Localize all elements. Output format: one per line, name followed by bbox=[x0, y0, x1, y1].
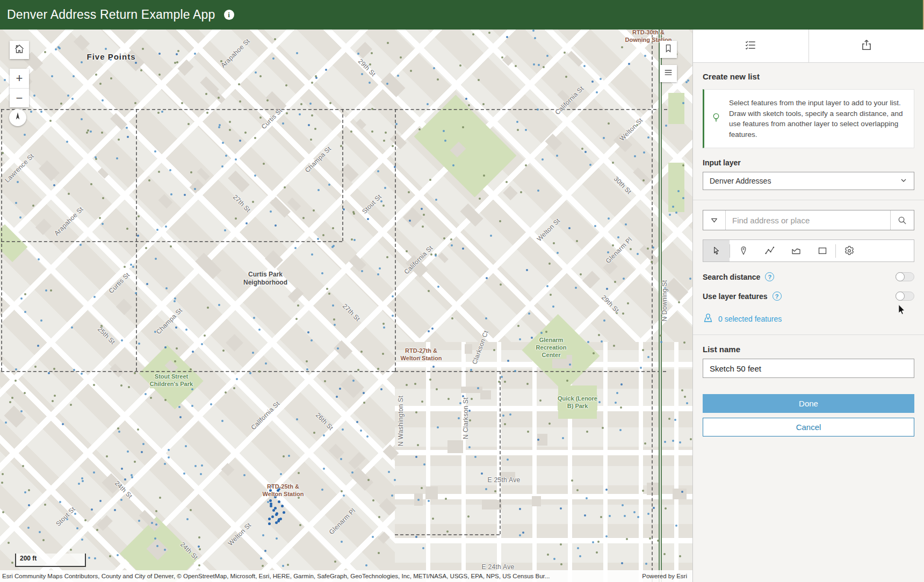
address-dot bbox=[142, 443, 145, 445]
address-dot bbox=[135, 62, 137, 64]
address-dot bbox=[682, 164, 684, 166]
address-dot bbox=[613, 345, 615, 347]
info-icon[interactable]: i bbox=[224, 10, 234, 20]
map-building bbox=[460, 203, 483, 227]
bookmarks-button[interactable] bbox=[660, 41, 677, 58]
zoom-out-button[interactable]: − bbox=[10, 88, 29, 107]
sketch-settings-button[interactable] bbox=[836, 240, 862, 261]
address-dot bbox=[602, 427, 604, 429]
address-dot bbox=[357, 53, 359, 55]
use-layer-features-help-icon[interactable]: ? bbox=[773, 292, 782, 301]
address-dot bbox=[159, 497, 161, 499]
address-dot bbox=[341, 541, 343, 543]
address-dot bbox=[259, 117, 262, 119]
address-dot bbox=[620, 406, 622, 409]
address-dot bbox=[81, 118, 83, 120]
address-dot bbox=[324, 380, 326, 382]
chevron-down-icon bbox=[900, 177, 907, 186]
search-input[interactable] bbox=[726, 210, 890, 230]
address-dot bbox=[186, 518, 189, 520]
polyline-icon bbox=[764, 245, 775, 256]
address-dot bbox=[145, 247, 147, 249]
address-dot bbox=[517, 325, 519, 327]
address-dot bbox=[647, 248, 649, 250]
street-label: 26th St bbox=[314, 411, 335, 432]
poi-label: Quick (LenoreB) Park bbox=[558, 395, 597, 410]
map-building bbox=[379, 498, 397, 516]
address-dot bbox=[210, 403, 212, 405]
address-dot bbox=[176, 53, 178, 55]
tab-lists[interactable] bbox=[693, 30, 809, 62]
zoom-in-button[interactable]: + bbox=[10, 69, 29, 88]
map-building bbox=[270, 197, 291, 218]
address-dot-cluster bbox=[277, 520, 280, 522]
address-dot bbox=[343, 208, 345, 210]
address-dot bbox=[617, 236, 619, 238]
search-distance-toggle[interactable] bbox=[896, 272, 914, 281]
use-layer-features-toggle[interactable] bbox=[896, 292, 914, 301]
address-dot bbox=[308, 124, 310, 126]
selected-features-link[interactable]: 0 selected features bbox=[703, 312, 914, 325]
polygon-tool-button[interactable] bbox=[783, 240, 809, 261]
address-dot-cluster bbox=[270, 505, 272, 507]
address-dot bbox=[352, 211, 355, 213]
street-label: Welton St bbox=[618, 117, 644, 142]
rectangle-tool-button[interactable] bbox=[809, 240, 835, 261]
address-dot bbox=[262, 534, 264, 536]
boundary-dashed-line bbox=[136, 109, 137, 371]
tab-export[interactable] bbox=[809, 30, 924, 62]
address-dot bbox=[15, 202, 17, 204]
home-button[interactable] bbox=[10, 41, 29, 59]
address-dot bbox=[199, 548, 201, 550]
done-button[interactable]: Done bbox=[703, 394, 914, 413]
address-dot bbox=[4, 79, 6, 81]
address-dot bbox=[584, 151, 587, 153]
compass-button[interactable] bbox=[9, 109, 26, 126]
map-canvas[interactable]: Arapahoe StArapahoe StLawrence StCurtis … bbox=[0, 30, 692, 582]
legend-button[interactable] bbox=[660, 65, 677, 82]
cancel-button[interactable]: Cancel bbox=[703, 418, 914, 437]
address-dot bbox=[32, 205, 34, 207]
address-dot bbox=[298, 472, 300, 474]
street-label: N Clarkson St bbox=[462, 397, 470, 439]
polyline-tool-button[interactable] bbox=[756, 240, 783, 261]
address-dot bbox=[366, 435, 369, 438]
address-dot bbox=[516, 121, 518, 123]
address-dot bbox=[158, 53, 161, 55]
address-dot bbox=[94, 557, 96, 559]
address-dot bbox=[622, 504, 624, 506]
address-dot bbox=[53, 184, 55, 186]
address-dot bbox=[138, 520, 140, 522]
search-button[interactable] bbox=[890, 210, 914, 230]
search-distance-help-icon[interactable]: ? bbox=[765, 272, 774, 281]
address-dot-cluster bbox=[271, 515, 274, 518]
list-name-input[interactable] bbox=[703, 359, 914, 378]
address-dot bbox=[519, 508, 521, 510]
address-dot bbox=[527, 431, 529, 433]
attribution-bar: Esri Community Maps Contributors, County… bbox=[0, 570, 692, 582]
address-dot bbox=[49, 120, 52, 122]
address-dot bbox=[672, 206, 674, 208]
address-dot bbox=[382, 205, 385, 207]
home-icon bbox=[14, 43, 25, 56]
address-dot bbox=[479, 198, 481, 200]
address-dot bbox=[596, 91, 598, 93]
map-building bbox=[158, 194, 173, 209]
address-dot bbox=[235, 158, 237, 161]
search-source-dropdown[interactable] bbox=[703, 210, 726, 230]
address-dot bbox=[138, 215, 140, 217]
address-dot bbox=[134, 372, 136, 374]
map-building bbox=[98, 168, 109, 179]
address-dot bbox=[499, 220, 501, 222]
address-dot bbox=[594, 225, 596, 227]
address-dot bbox=[584, 514, 586, 516]
select-tool-button[interactable] bbox=[703, 240, 730, 261]
address-dot bbox=[259, 75, 262, 77]
panel-heading: Create new list bbox=[703, 72, 914, 81]
point-tool-button[interactable] bbox=[730, 240, 756, 261]
address-dot bbox=[367, 479, 370, 481]
address-dot bbox=[553, 558, 555, 560]
input-layer-select[interactable]: Denver Addresses bbox=[703, 172, 914, 190]
map-building bbox=[582, 271, 600, 288]
address-dot bbox=[141, 451, 143, 453]
